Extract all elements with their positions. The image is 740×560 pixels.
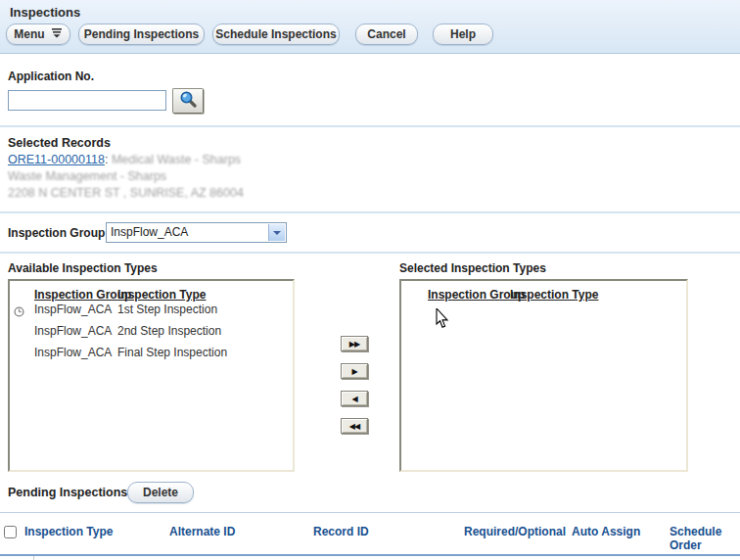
search-button[interactable] — [172, 88, 204, 114]
inspection-group-value: InspFlow_ACA — [111, 225, 188, 239]
available-types-listbox[interactable]: Inspection Group Inspection Type InspFlo… — [8, 279, 295, 472]
selected-types-heading: Selected Inspection Types — [399, 261, 546, 275]
clock-icon — [14, 303, 24, 321]
menu-dropdown-icon — [51, 27, 63, 41]
record-id-link[interactable]: ORE11-00000118 — [8, 153, 105, 166]
col-alternate-id: Alternate ID — [169, 525, 235, 538]
menu-button[interactable]: Menu — [6, 23, 70, 45]
page-title: Inspections — [10, 5, 80, 20]
delete-button[interactable]: Delete — [127, 482, 194, 503]
row-type: 1st Step Inspection — [117, 303, 217, 316]
cancel-button[interactable]: Cancel — [355, 23, 418, 45]
record-address-line: 2208 N CENTER ST , SUNRISE, AZ 86004 — [8, 186, 244, 200]
row-type: Final Step Inspection — [117, 346, 227, 359]
double-left-arrow-icon: ◀◀ — [349, 422, 359, 431]
inspection-group-select[interactable]: InspFlow_ACA — [106, 222, 287, 243]
left-arrow-icon: ◀ — [351, 395, 356, 403]
right-arrow-icon: ▶ — [351, 367, 356, 376]
section-divider — [0, 211, 740, 213]
move-all-right-button[interactable]: ▶▶ — [341, 336, 368, 351]
row-group: InspFlow_ACA — [34, 324, 112, 338]
available-col-type[interactable]: Inspection Type — [117, 288, 206, 302]
move-right-button[interactable]: ▶ — [341, 363, 368, 379]
pending-inspections-label: Pending Inspections — [84, 27, 199, 41]
schedule-inspections-label: Schedule Inspections — [215, 27, 336, 41]
section-divider — [0, 252, 740, 254]
selected-record-line: ORE11-00000118: Medical Waste - Sharps — [8, 153, 241, 166]
record-separator: : — [105, 153, 108, 166]
col-inspection-type: Inspection Type — [24, 525, 113, 538]
select-all-checkbox[interactable] — [4, 526, 17, 538]
table-header-underline — [0, 554, 740, 556]
table-top-border — [0, 512, 740, 513]
pending-inspections-heading: Pending Inspections — [8, 486, 127, 499]
inspections-page: Inspections Menu Pending Inspections Sch… — [0, 0, 740, 560]
record-description-line2: Waste Management - Sharps — [8, 169, 166, 183]
double-right-arrow-icon: ▶▶ — [349, 340, 359, 349]
cancel-label: Cancel — [367, 27, 405, 41]
inspection-group-label: Inspection Group : — [8, 226, 113, 240]
search-icon — [179, 90, 197, 112]
row-type: 2nd Step Inspection — [117, 324, 221, 338]
table-row-divider — [33, 556, 34, 560]
move-left-button[interactable]: ◀ — [341, 391, 368, 406]
toolbar-band: Inspections Menu Pending Inspections Sch… — [0, 0, 740, 54]
col-auto-assign: Auto Assign — [572, 525, 640, 538]
delete-label: Delete — [143, 486, 178, 499]
col-required-optional: Required/Optional — [464, 525, 566, 538]
col-record-id: Record ID — [313, 525, 369, 538]
mouse-cursor — [436, 308, 449, 333]
row-group: InspFlow_ACA — [34, 303, 112, 316]
pending-inspections-button[interactable]: Pending Inspections — [78, 23, 205, 45]
menu-button-label: Menu — [14, 27, 44, 41]
row-group: InspFlow_ACA — [34, 346, 112, 359]
help-label: Help — [450, 27, 476, 41]
combo-dropdown-icon[interactable] — [268, 224, 285, 241]
section-divider — [0, 125, 740, 127]
application-no-input[interactable] — [8, 90, 166, 111]
selected-col-type[interactable]: Inspection Type — [510, 288, 598, 302]
selected-records-heading: Selected Records — [8, 136, 111, 150]
schedule-inspections-button[interactable]: Schedule Inspections — [212, 23, 340, 45]
move-all-left-button[interactable]: ◀◀ — [341, 418, 368, 434]
help-button[interactable]: Help — [433, 23, 493, 45]
application-no-label: Application No. — [8, 70, 94, 83]
available-types-heading: Available Inspection Types — [8, 261, 158, 275]
record-description-line1: Medical Waste - Sharps — [112, 153, 241, 166]
col-schedule-order: Schedule Order — [670, 525, 730, 552]
